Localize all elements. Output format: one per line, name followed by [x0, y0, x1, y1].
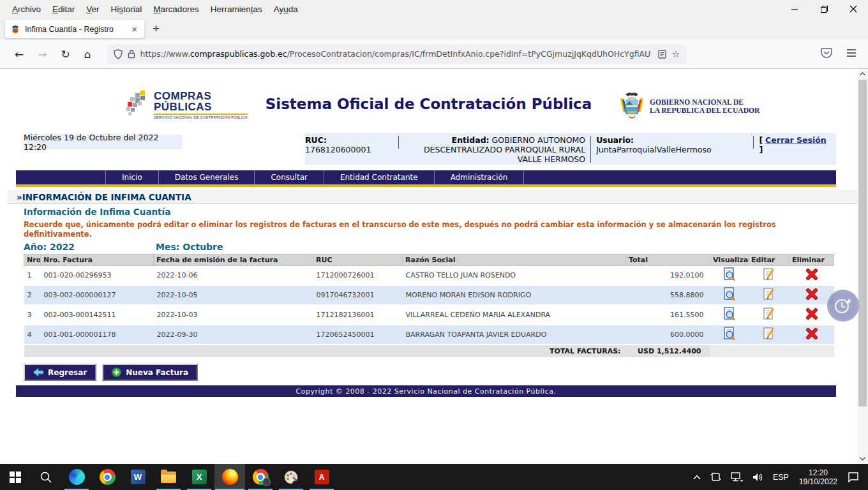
tray-language-indicator[interactable]: ESP	[768, 464, 793, 490]
tab-close-icon[interactable]: ×	[130, 24, 139, 34]
menu-editar[interactable]: Editar	[47, 2, 80, 17]
nav-item-entidad-contratante[interactable]: Entidad Contratante	[324, 170, 435, 184]
taskbar-word-icon[interactable]: W	[123, 464, 153, 490]
gov-text-line1: GOBIERNO NACIONAL DE	[650, 98, 760, 107]
eliminar-icon[interactable]	[805, 308, 818, 322]
reload-icon[interactable]: ↻	[54, 48, 77, 61]
table-row: 2 003-002-000000127 2022-10-05 091704673…	[24, 285, 834, 305]
ruc-value: RUC: 1768120600001	[305, 135, 393, 154]
main-navigation: InicioDatos GeneralesConsultarEntidad Co…	[16, 170, 836, 184]
reader-view-icon[interactable]	[658, 50, 666, 59]
taskbar-explorer-icon[interactable]	[153, 464, 184, 490]
month-label: Mes: Octubre	[156, 242, 223, 252]
forward-icon[interactable]: →	[31, 48, 54, 61]
taskbar-chrome-profile-icon[interactable]	[245, 464, 276, 490]
menu-herramientas[interactable]: Herramientas	[205, 2, 268, 17]
tray-tablet-mode-icon[interactable]	[705, 464, 726, 490]
menu-ver[interactable]: Ver	[80, 2, 105, 17]
tray-time: 12:20	[799, 468, 837, 477]
minimize-button[interactable]	[780, 0, 809, 18]
back-arrow-icon	[33, 368, 43, 376]
tab-infima-cuantia[interactable]: Infima Cuantía - Registro ×	[5, 20, 144, 38]
editar-icon[interactable]	[763, 267, 775, 283]
eliminar-icon[interactable]	[805, 288, 818, 302]
tray-clock[interactable]: 12:20 19/10/2022	[793, 468, 843, 486]
scroll-up-arrow[interactable]	[857, 69, 868, 79]
pocket-icon[interactable]	[821, 47, 832, 61]
plus-icon	[112, 368, 121, 377]
visualizar-icon[interactable]	[723, 287, 736, 303]
year-label: Año: 2022	[24, 242, 156, 252]
menu-ayuda[interactable]: Ayuda	[268, 2, 304, 17]
action-buttons: Regresar Nueva Factura	[24, 364, 198, 381]
editar-icon[interactable]	[763, 327, 775, 343]
browser-menubar: ArchivoEditarVerHistorialMarcadoresHerra…	[0, 0, 868, 18]
tray-notification-icon[interactable]	[843, 464, 868, 490]
taskbar-edge-icon[interactable]	[61, 464, 92, 490]
nav-item-datos-generales[interactable]: Datos Generales	[159, 170, 255, 184]
taskbar-chrome-icon[interactable]	[92, 464, 123, 490]
logo-tagline: SERVICIO NACIONAL DE CONTRATACIÓN PÚBLIC…	[154, 114, 248, 119]
logout-wrap: [ Cerrar Sesión ]	[759, 135, 831, 154]
tray-volume-icon[interactable]	[748, 464, 768, 490]
col-fecha: Fecha de emisión de la factura	[154, 255, 313, 266]
entity-value: Entidad: GOBIERNO AUTONOMO DESCENTRALIZA…	[404, 135, 585, 164]
taskbar-acrobat-icon[interactable]: A	[306, 464, 337, 490]
hamburger-menu-icon[interactable]	[846, 48, 857, 60]
divider	[398, 136, 399, 149]
new-tab-button[interactable]: +	[144, 22, 168, 40]
logout-link[interactable]: Cerrar Sesión	[765, 135, 827, 145]
close-window-button[interactable]	[839, 0, 868, 18]
taskbar-firefox-icon[interactable]	[214, 464, 245, 490]
url-bar[interactable]: https://www.compraspublicas.gob.ec/Proce…	[107, 45, 687, 64]
tray-date: 19/10/2022	[799, 477, 837, 486]
nav-item-administracion[interactable]: Administración	[435, 170, 525, 184]
tray-network-icon[interactable]	[726, 464, 748, 490]
warning-text: Recuerde que, únicamente podrá editar o …	[24, 220, 818, 239]
visualizar-icon[interactable]	[723, 327, 736, 343]
col-total: Total	[626, 255, 710, 266]
nav-item-inicio[interactable]: Inicio	[105, 170, 159, 184]
visualizar-icon[interactable]	[723, 307, 736, 323]
floating-clock-bubble[interactable]	[827, 290, 859, 322]
eliminar-icon[interactable]	[805, 327, 818, 342]
nueva-factura-button[interactable]: Nueva Factura	[102, 364, 198, 381]
menu-historial[interactable]: Historial	[105, 2, 148, 17]
scroll-down-arrow[interactable]	[857, 454, 868, 464]
tab-strip: Infima Cuantía - Registro × +	[0, 18, 868, 40]
divider	[753, 136, 754, 149]
taskbar-paint-icon[interactable]	[276, 464, 306, 490]
shield-icon[interactable]	[114, 49, 123, 59]
taskbar-search-icon[interactable]	[31, 464, 61, 490]
taskbar-excel-icon[interactable]: X	[184, 464, 214, 490]
editar-icon[interactable]	[763, 287, 775, 303]
table-total-row: TOTAL FACTURAS: USD 1,512.4400	[24, 345, 834, 357]
restore-button[interactable]	[809, 0, 839, 18]
regresar-button[interactable]: Regresar	[24, 364, 96, 381]
col-ruc: RUC	[313, 255, 403, 266]
back-icon[interactable]: ←	[8, 48, 31, 61]
col-factura: Nro. Factura	[41, 255, 154, 266]
visualizar-icon[interactable]	[723, 267, 736, 283]
menu-archivo[interactable]: Archivo	[6, 2, 47, 17]
home-icon[interactable]: ⌂	[77, 48, 98, 61]
gov-text-line2: LA REPUBLICA DEL ECUADOR	[650, 107, 760, 115]
menu-marcadores[interactable]: Marcadores	[147, 2, 204, 17]
total-facturas-value: USD 1,512.4400	[626, 345, 710, 357]
bookmark-star-icon[interactable]: ☆	[671, 48, 680, 60]
total-row-filler	[710, 345, 834, 357]
eliminar-icon[interactable]	[805, 268, 818, 283]
url-text[interactable]: https://www.compraspublicas.gob.ec/Proce…	[140, 49, 654, 59]
col-razon: Razón Social	[403, 255, 626, 266]
windows-taskbar: W X A ESP 12:20 19/10/2022	[0, 464, 868, 490]
start-button[interactable]	[0, 464, 31, 490]
editar-icon[interactable]	[763, 307, 775, 323]
lock-icon[interactable]	[128, 49, 135, 59]
tray-chevron-icon[interactable]	[689, 464, 705, 490]
vertical-scrollbar[interactable]	[857, 69, 868, 464]
scrollbar-thumb[interactable]	[858, 80, 867, 406]
nav-item-consultar[interactable]: Consultar	[255, 170, 324, 184]
copyright-bar: Copyright © 2008 - 2022 Servicio Naciona…	[16, 385, 836, 397]
clock-flame-icon	[832, 295, 854, 316]
table-header-row: Nro Nro. Factura Fecha de emisión de la …	[24, 255, 834, 266]
